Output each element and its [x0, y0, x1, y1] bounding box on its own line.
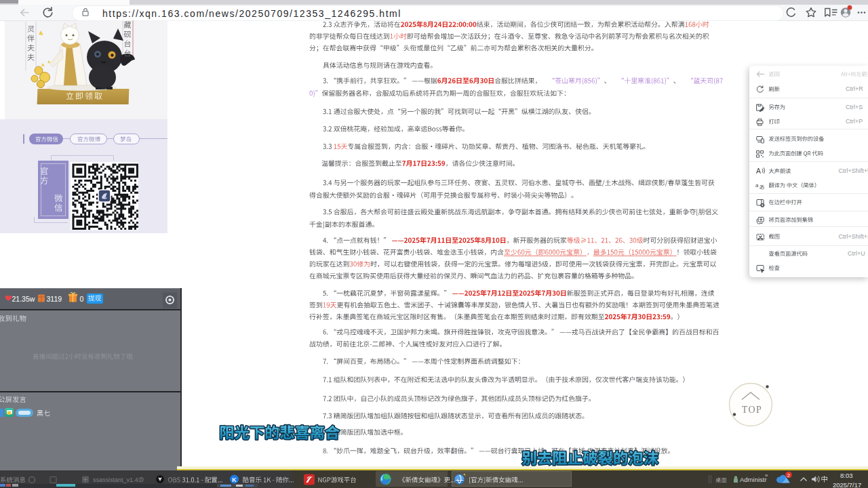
svg-text:a: a — [755, 182, 759, 188]
svg-text:A: A — [756, 167, 761, 175]
